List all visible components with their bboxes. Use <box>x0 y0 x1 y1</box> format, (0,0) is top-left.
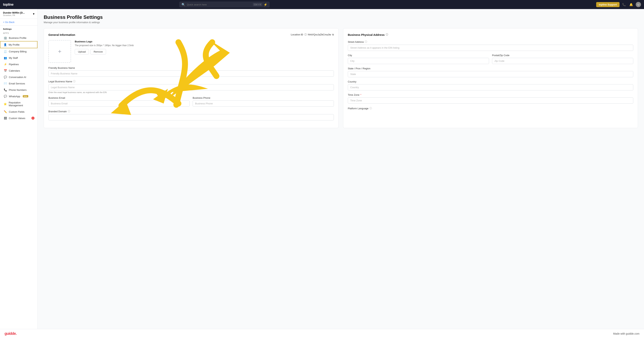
settings-section-title: Settings <box>0 26 38 31</box>
email-phone-row: Business Email Business Phone <box>48 97 334 110</box>
sidebar-item-label: My Profile <box>9 43 20 46</box>
my-staff-icon: 👥 <box>4 56 7 59</box>
country-input[interactable] <box>348 84 633 90</box>
domain-input[interactable] <box>48 114 334 120</box>
sidebar-item-label: Reputation Management <box>9 101 34 107</box>
logo-info-desc: The proposed size is 350px * 180px. No b… <box>75 44 334 47</box>
friendly-name-label: Friendly Business Name <box>48 67 334 69</box>
phone-icon[interactable]: 📞 <box>622 2 627 7</box>
sidebar-item-custom-values[interactable]: 🎛️ Custom Values 1 <box>0 115 38 121</box>
country-label: Country <box>348 80 633 83</box>
legal-name-hint: Enter the exact legal business name, as … <box>48 91 334 94</box>
pipelines-icon: ⚡ <box>4 63 7 66</box>
friendly-name-input[interactable] <box>48 71 334 77</box>
sidebar-item-phone-numbers[interactable]: 📞 Phone Numbers <box>0 87 38 93</box>
timezone-required: * <box>360 94 361 96</box>
bell-icon[interactable]: 🔔 <box>628 2 634 7</box>
state-label: State / Prov / Region <box>348 67 633 70</box>
sidebar-item-email-services[interactable]: ✉️ Email Services <box>0 80 38 87</box>
sidebar-item-company-billing[interactable]: 🧾 Company Billing <box>0 48 38 55</box>
language-label: Platform Language ⓘ <box>348 107 633 110</box>
logo-upload-box[interactable]: + <box>48 40 71 63</box>
page-title: Business Profile Settings <box>44 14 638 20</box>
upload-button[interactable]: Upload <box>75 49 89 55</box>
main-wrapper: Dunder Mifflin [D... Scranton, PA ▾ < Go… <box>0 9 644 329</box>
city-zip-row: City Postal/Zip Code <box>348 54 633 67</box>
sidebar-item-label: Custom Values <box>9 117 25 120</box>
custom-fields-icon: ✏️ <box>4 110 7 113</box>
legal-name-label: Legal Business Name ⓘ <box>48 80 334 83</box>
state-group: State / Prov / Region <box>348 67 633 77</box>
search-input[interactable] <box>187 3 252 6</box>
location-id-row: Location ID ⓘ f4rkiVQsxJaZlkCmaJlw ⧉ <box>291 33 334 36</box>
guidde-logo: guidde. <box>4 331 16 336</box>
phone-label: Business Phone <box>193 97 334 99</box>
logo-buttons: Upload Remove <box>75 49 334 55</box>
guidde-footer: guidde. Made with guidde.com <box>0 329 644 338</box>
legal-name-input[interactable] <box>48 84 334 90</box>
go-back-link[interactable]: < Go Back <box>3 21 34 24</box>
legal-name-group: Legal Business Name ⓘ Enter the exact le… <box>48 80 334 94</box>
domain-group: Branded Domain ⓘ <box>48 110 334 120</box>
location-id-value: f4rkiVQsxJaZlkCmaJlw <box>308 33 331 36</box>
timezone-input[interactable] <box>348 97 633 104</box>
sidebar-item-label: Business Profile <box>9 37 26 39</box>
zip-input[interactable] <box>492 58 633 64</box>
copy-icon[interactable]: ⧉ <box>332 33 334 36</box>
sidebar-item-custom-fields[interactable]: ✏️ Custom Fields <box>0 109 38 115</box>
company-billing-icon: 🧾 <box>4 50 7 53</box>
language-group: Platform Language ⓘ <box>348 107 633 110</box>
apps-group-label: Apps <box>0 31 38 35</box>
physical-address-info-icon: ⓘ <box>386 33 388 36</box>
zip-group: Postal/Zip Code <box>492 54 633 64</box>
sidebar-item-conversation-ai[interactable]: 💬 Conversation AI <box>0 74 38 80</box>
email-label: Business Email <box>48 97 190 99</box>
custom-values-icon: 🎛️ <box>4 117 7 120</box>
sidebar-item-business-profile[interactable]: 🏢 Business Profile <box>0 35 38 41</box>
country-group: Country <box>348 80 633 90</box>
top-nav-right: topline Support 📞 🔔 U <box>596 2 641 7</box>
sidebar-item-my-staff[interactable]: 👥 My Staff <box>0 55 38 61</box>
support-button[interactable]: topline Support <box>596 2 620 7</box>
city-group: City <box>348 54 489 64</box>
sidebar-item-label: Email Services <box>9 82 25 85</box>
friendly-name-group: Friendly Business Name <box>48 67 334 77</box>
physical-address-card: Business Physical Address ⓘ Street Addre… <box>343 28 638 128</box>
domain-label: Branded Domain ⓘ <box>48 110 334 113</box>
my-profile-icon: 👤 <box>4 43 7 46</box>
sidebar-item-reputation-management[interactable]: ⭐ Reputation Management <box>0 100 38 109</box>
street-address-input[interactable] <box>348 45 633 51</box>
search-icon: 🔍 <box>182 3 185 7</box>
sidebar-item-my-profile[interactable]: 👤 My Profile <box>0 41 38 48</box>
account-switcher[interactable]: Dunder Mifflin [D... Scranton, PA ▾ <box>0 9 38 19</box>
sidebar-item-label: My Staff <box>9 57 18 59</box>
logo-upload-section: + Business Logo The proposed size is 350… <box>48 40 334 63</box>
sidebar-item-calendars[interactable]: 📅 Calendars <box>0 68 38 74</box>
lightning-icon: ⚡ <box>264 3 268 7</box>
whatsapp-icon: 💬 <box>4 95 7 98</box>
search-bar[interactable]: 🔍 Ctrl + K ⚡ <box>179 2 270 8</box>
language-info-icon: ⓘ <box>370 107 372 110</box>
sidebar-item-pipelines[interactable]: ⚡ Pipelines <box>0 61 38 68</box>
email-input[interactable] <box>48 100 190 107</box>
street-address-label: Street Address ⓘ <box>348 40 633 44</box>
beta-badge: beta <box>23 95 28 97</box>
logo-info-title: Business Logo <box>75 40 334 43</box>
app-logo: topline <box>3 3 14 7</box>
street-info-icon: ⓘ <box>365 40 367 44</box>
cards-row: General Information Location ID ⓘ f4rkiV… <box>44 28 638 128</box>
legal-name-info-icon: ⓘ <box>73 80 76 83</box>
page-subtitle: Manage your business profile information… <box>44 21 638 24</box>
go-back-section: < Go Back <box>0 19 38 26</box>
phone-input[interactable] <box>193 100 334 107</box>
city-input[interactable] <box>348 58 489 64</box>
remove-button[interactable]: Remove <box>90 49 106 55</box>
avatar[interactable]: U <box>636 2 641 7</box>
state-input[interactable] <box>348 71 633 77</box>
business-profile-icon: 🏢 <box>4 36 7 39</box>
sidebar-item-whatsapp[interactable]: 💬 WhatsApp beta <box>0 93 38 100</box>
top-navigation: topline 🔍 Ctrl + K ⚡ topline Support 📞 🔔… <box>0 0 644 9</box>
chevron-down-icon: ▾ <box>33 12 34 16</box>
domain-info-icon: ⓘ <box>68 110 70 113</box>
guidde-tagline: Made with guidde.com <box>613 332 640 335</box>
